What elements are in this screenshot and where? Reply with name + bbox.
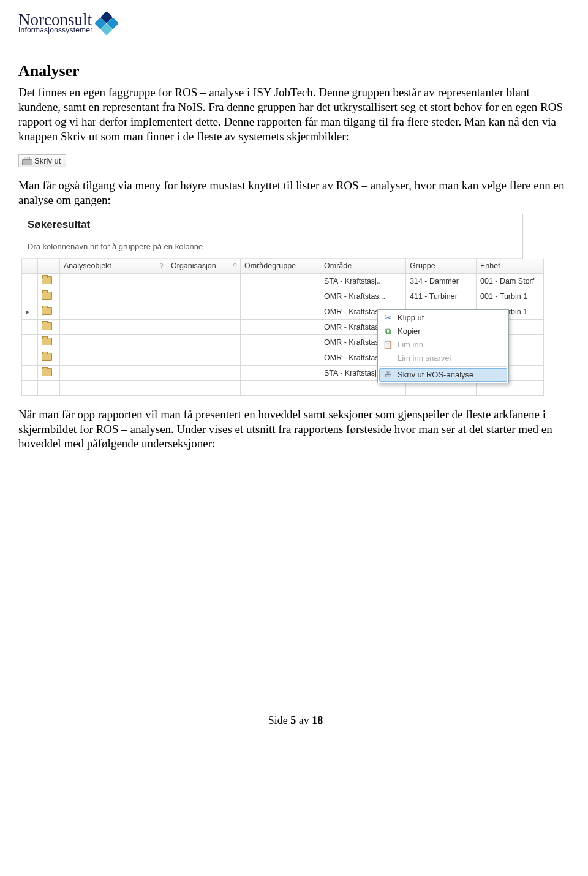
section-heading: Analyser	[18, 62, 573, 80]
paragraph-1: Det finnes en egen faggruppe for ROS – a…	[18, 85, 573, 143]
paragraph-2: Man får også tilgang via meny for høyre …	[18, 178, 573, 208]
folder-icon	[42, 338, 52, 345]
copy-icon: ⧉	[383, 327, 393, 336]
folder-icon	[42, 292, 52, 300]
print-button[interactable]: Skriv ut	[18, 154, 66, 167]
print-button-label: Skriv ut	[34, 156, 61, 165]
col-omrade[interactable]: Område	[320, 259, 406, 273]
folder-icon	[42, 368, 52, 376]
col-enhet[interactable]: Enhet	[477, 259, 544, 273]
col-organisasjon[interactable]: Organisasjon⚲	[167, 259, 241, 273]
logo-mark-icon	[96, 13, 117, 34]
paragraph-3: Når man får opp rapporten vil man få pre…	[18, 407, 573, 451]
clipboard-icon: 📋	[383, 340, 393, 350]
group-by-hint[interactable]: Dra kolonnenavn hit for å gruppere på en…	[21, 235, 522, 259]
table-row[interactable]: OMR - Kraftstas... 411 - Turbiner 001 - …	[22, 289, 544, 304]
folder-icon	[42, 276, 52, 284]
folder-icon	[42, 353, 52, 361]
ctx-separator	[379, 366, 507, 367]
filter-icon[interactable]: ⚲	[233, 262, 237, 269]
col-omradegruppe[interactable]: Områdegruppe	[241, 259, 320, 273]
col-analyseobjekt[interactable]: Analyseobjekt⚲	[60, 259, 167, 273]
panel-title: Søkeresultat	[21, 214, 522, 235]
page-footer: Side 5 av 18	[18, 714, 573, 727]
ctx-print-ros[interactable]: 🖶 Skriv ut ROS-analyse	[379, 368, 507, 382]
folder-icon	[42, 307, 52, 315]
printer-icon: 🖶	[383, 370, 393, 380]
blank-icon	[383, 353, 393, 363]
table-row[interactable]: STA - Kraftstasj... 314 - Dammer 001 - D…	[22, 273, 544, 289]
scissors-icon: ✂	[383, 313, 393, 323]
col-icon[interactable]	[38, 259, 60, 273]
search-result-panel: Søkeresultat Dra kolonnenavn hit for å g…	[21, 214, 523, 396]
folder-icon	[42, 322, 52, 330]
context-menu[interactable]: ✂ Klipp ut ⧉ Kopier 📋 Lim inn Lim inn sn…	[377, 309, 509, 383]
brand-logo: Norconsult Informasjonssystemer	[18, 12, 573, 34]
col-indicator[interactable]	[22, 259, 38, 273]
grid-header-row: Analyseobjekt⚲ Organisasjon⚲ Områdegrupp…	[22, 259, 544, 273]
printer-icon	[22, 157, 32, 165]
logo-subtitle: Informasjonssystemer	[18, 26, 92, 34]
filter-icon[interactable]: ⚲	[159, 262, 164, 269]
ctx-cut[interactable]: ✂ Klipp ut	[379, 311, 507, 325]
ctx-paste-shortcut: Lim inn snarvei	[379, 352, 507, 365]
ctx-copy[interactable]: ⧉ Kopier	[379, 325, 507, 338]
ctx-paste: 📋 Lim inn	[379, 338, 507, 352]
col-gruppe[interactable]: Gruppe	[406, 259, 477, 273]
logo-title: Norconsult	[18, 12, 92, 27]
